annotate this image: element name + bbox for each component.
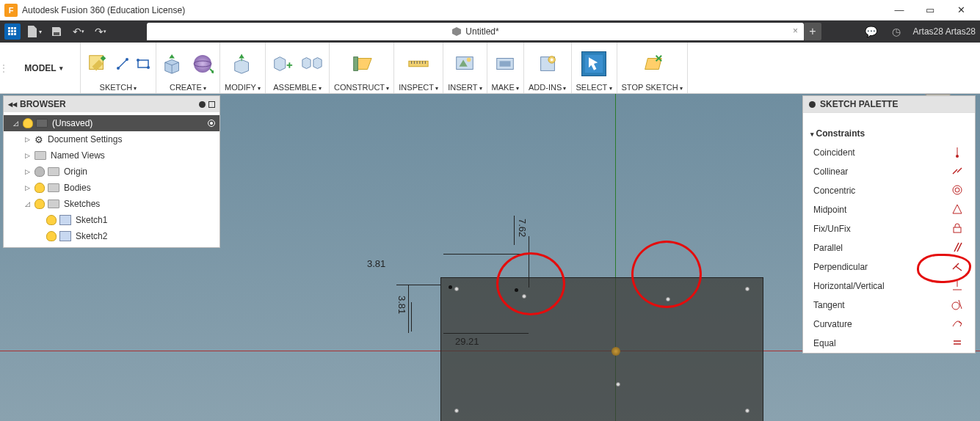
create-sketch-icon[interactable] [85,51,110,76]
ribbon-label-inspect[interactable]: INSPECT [399,81,438,92]
browser-item-sketches[interactable]: ◿ Sketches [4,196,219,212]
workspace-switcher[interactable]: MODEL [7,43,81,93]
constraint-fix[interactable]: Fix/UnFix [803,219,975,238]
ribbon-label-create[interactable]: CREATE [170,81,206,92]
palette-pin-icon[interactable] [809,101,816,108]
save-button[interactable] [48,23,65,40]
ribbon-label-construct[interactable]: CONSTRUCT [334,81,389,92]
browser-root[interactable]: ◿ (Unsaved) [4,115,219,131]
close-button[interactable]: ✕ [952,1,970,19]
browser-item-origin[interactable]: ▷ Origin [4,164,219,180]
ribbon-label-sketch[interactable]: SKETCH [100,81,137,92]
press-pull-icon[interactable] [231,51,255,76]
ribbon-label-modify[interactable]: MODIFY [225,81,261,92]
expand-icon[interactable]: ▷ [23,136,32,143]
hole-point[interactable] [454,287,459,291]
stop-sketch-icon[interactable] [639,51,664,76]
insert-icon[interactable] [452,51,477,76]
constraint-coincident[interactable]: Coincident [803,143,975,162]
constraint-curvature[interactable]: Curvature [803,315,975,334]
tab-close-icon[interactable]: × [793,26,798,36]
ribbon-label-insert[interactable]: INSERT [448,81,482,92]
constraint-collinear[interactable]: Collinear [803,162,975,181]
hole-point[interactable] [616,382,620,387]
browser-item-bodies[interactable]: ▷ Bodies [4,180,219,196]
browser-pin-icon[interactable] [199,101,206,108]
dimension-value[interactable]: 7.62 [517,219,528,237]
expand-icon[interactable]: ▷ [23,184,32,191]
expand-icon[interactable]: ◿ [11,120,20,127]
select-icon[interactable] [581,51,606,76]
quick-access-bar: ▾ ↶▾ ↷▾ Untitled* × + 💬 ◷ Artas28 Artas2… [0,21,980,43]
hole-point[interactable] [745,409,749,413]
visibility-icon[interactable] [35,183,45,193]
construct-plane-icon[interactable] [349,51,374,76]
new-component-icon[interactable] [270,51,295,76]
maximize-button[interactable]: ▭ [921,1,939,19]
browser-item-namedviews[interactable]: ▷ Named Views [4,147,219,164]
sketch-point[interactable] [449,285,452,289]
constraint-midpoint[interactable]: Midpoint [803,200,975,219]
visibility-icon[interactable] [46,215,57,225]
hole-point[interactable] [745,287,749,291]
ribbon-label-make[interactable]: MAKE [492,81,519,92]
document-tab[interactable]: Untitled* × [147,23,804,40]
dimension-value[interactable]: 29.21 [455,336,479,347]
rectangle-tool-icon[interactable] [135,56,151,72]
new-tab-button[interactable]: + [804,23,821,40]
notifications-icon[interactable]: 💬 [863,23,879,40]
line-tool-icon[interactable] [115,56,131,72]
make-icon[interactable] [493,51,518,76]
constraint-equal[interactable]: Equal [803,334,975,353]
expand-icon[interactable]: ▷ [23,152,32,159]
extrude-icon[interactable] [161,51,186,76]
ribbon-group-modify: MODIFY [220,43,266,93]
file-menu-button[interactable]: ▾ [26,23,43,40]
undo-button[interactable]: ↶▾ [70,23,87,40]
dimension-value[interactable]: 3.81 [396,296,407,314]
ribbon-label-stop-sketch[interactable]: STOP SKETCH [622,81,683,92]
visibility-icon[interactable] [46,231,57,241]
browser-item-docsettings[interactable]: ▷ ⚙ Document Settings [4,131,219,147]
constraint-label: Equal [813,338,836,348]
browser-max-icon[interactable] [208,101,215,108]
browser-header[interactable]: ◂◂ BROWSER [4,96,219,112]
browser-collapse-icon[interactable]: ◂◂ [8,99,17,109]
equal-icon [950,337,965,351]
data-panel-button[interactable] [4,23,21,40]
redo-button[interactable]: ↷▾ [92,23,109,40]
constraint-tangent[interactable]: Tangent [803,296,975,315]
palette-header[interactable]: SKETCH PALETTE [803,96,975,112]
svg-line-39 [953,169,957,174]
visibility-icon[interactable] [35,166,45,177]
job-status-icon[interactable]: ◷ [888,23,904,40]
dimension-value[interactable]: 3.81 [367,258,385,269]
expand-icon[interactable]: ◿ [23,200,32,208]
ribbon-label-select[interactable]: SELECT [576,81,612,92]
origin-icon[interactable] [611,347,620,356]
sketch-body[interactable] [440,277,763,421]
addins-icon[interactable] [535,51,560,76]
ribbon-label-assemble[interactable]: ASSEMBLE [273,81,322,92]
joint-icon[interactable] [300,51,324,76]
dimension-line[interactable] [411,302,412,332]
visibility-icon[interactable] [23,118,33,128]
visibility-icon[interactable] [35,199,45,209]
palette-section-constraints[interactable]: Constraints [803,124,975,143]
expand-icon[interactable]: ▷ [23,168,32,175]
browser-item-sketch2[interactable]: Sketch2 [4,228,219,244]
activate-radio[interactable] [208,120,215,127]
ribbon-drag-handle[interactable]: ⋮ [0,43,7,93]
minimize-button[interactable]: — [890,1,908,19]
browser-item-sketch1[interactable]: Sketch1 [4,212,219,228]
constraint-label: Tangent [813,300,845,310]
user-menu[interactable]: Artas28 Artas28 [913,26,976,37]
measure-icon[interactable] [406,51,431,76]
sketch-palette[interactable]: SKETCH PALETTE Constraints Coincident Co… [802,95,976,354]
hole-point[interactable] [454,409,459,413]
svg-point-16 [147,66,150,69]
ribbon-label-addins[interactable]: ADD-INS [529,81,566,92]
sphere-icon[interactable] [190,51,215,76]
constraint-concentric[interactable]: Concentric [803,181,975,200]
browser-panel[interactable]: ◂◂ BROWSER ◿ (Unsaved) ▷ ⚙ Document Sett… [3,95,220,248]
